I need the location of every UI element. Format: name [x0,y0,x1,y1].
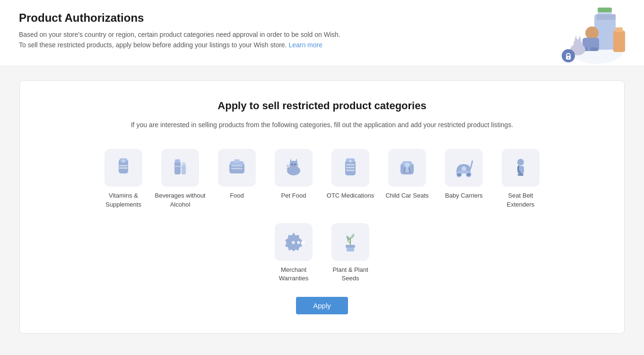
svg-rect-26 [182,162,185,165]
svg-rect-20 [119,165,128,166]
svg-point-7 [585,26,599,40]
svg-rect-32 [234,159,240,163]
category-vitamins[interactable]: Vitamins & Supplements [97,149,149,208]
svg-rect-3 [597,14,616,20]
otc-label: OTC Medications [327,191,374,200]
food-icon-wrapper [218,149,256,187]
svg-point-51 [405,163,409,167]
svg-rect-31 [231,168,243,169]
plant-seeds-icon-wrapper [331,223,369,261]
apply-button[interactable]: Apply [296,297,348,314]
merchant-warranties-icon-wrapper: ★★★ [275,223,313,261]
category-food[interactable]: Food [211,149,263,208]
vitamins-label: Vitamins & Supplements [97,191,149,208]
svg-marker-14 [578,35,581,40]
category-merchant-warranties[interactable]: ★★★ Merchant Warranties [268,223,320,283]
svg-point-17 [568,57,569,59]
learn-more-link[interactable]: Learn more [288,41,322,49]
svg-point-58 [461,166,466,171]
vitamins-icon-wrapper [104,149,142,187]
main-content: Apply to sell restricted product categor… [0,66,644,348]
category-otc[interactable]: OTC Medications [324,149,376,208]
category-plant-seeds[interactable]: Plant & Plant Seeds [324,223,376,283]
categories-grid-row2: ★★★ Merchant Warranties [34,223,610,283]
card-subtitle: If you are interested in selling product… [34,120,610,130]
svg-rect-23 [174,161,181,174]
header-description: Based on your store's country or region,… [19,29,340,51]
svg-line-57 [470,161,472,169]
svg-rect-4 [598,8,612,12]
header-section: Product Authorizations Based on your sto… [0,0,644,66]
category-pet-food[interactable]: Pet Food [268,149,320,208]
svg-marker-36 [295,158,297,163]
svg-rect-59 [457,171,470,173]
card-title: Apply to sell restricted product categor… [34,100,610,112]
beverages-label: Beverages without Alcohol [154,191,206,208]
svg-rect-27 [175,166,180,167]
apply-button-wrapper: Apply [34,297,610,314]
pet-food-label: Pet Food [281,191,306,200]
seat-belt-icon-wrapper [502,149,540,187]
pet-food-icon-wrapper [275,149,313,187]
otc-icon-wrapper [331,149,369,187]
svg-rect-45 [346,164,355,165]
svg-point-60 [517,159,524,165]
category-baby-carriers[interactable]: Baby Carriers [438,149,490,208]
plant-seeds-label: Plant & Plant Seeds [324,266,376,283]
svg-rect-24 [175,159,180,163]
beverages-icon-wrapper [161,149,199,187]
svg-point-38 [294,164,296,165]
svg-rect-5 [613,31,625,52]
category-seat-belt[interactable]: Seat Belt Extenders [495,149,547,208]
seat-belt-label: Seat Belt Extenders [495,191,547,208]
svg-point-22 [122,160,125,163]
svg-rect-62 [518,173,523,176]
food-label: Food [230,191,244,200]
svg-point-12 [574,39,582,48]
child-car-seats-label: Child Car Seats [385,191,428,200]
categories-grid: Vitamins & Supplements Beverages without… [34,149,610,208]
header-illustration [521,5,625,66]
svg-rect-30 [231,165,243,166]
svg-point-37 [291,164,293,165]
svg-marker-13 [574,35,577,40]
svg-rect-25 [182,164,186,174]
category-child-car-seats[interactable]: Child Car Seats [381,149,433,208]
svg-point-48 [349,160,352,163]
svg-rect-66 [346,245,355,248]
svg-rect-46 [346,167,355,168]
child-car-seats-icon-wrapper [388,149,426,187]
merchant-warranties-label: Merchant Warranties [268,266,320,283]
svg-marker-35 [290,158,292,163]
product-auth-card: Apply to sell restricted product categor… [19,80,625,334]
svg-rect-21 [119,167,128,169]
baby-carriers-icon-wrapper [445,149,483,187]
category-beverages[interactable]: Beverages without Alcohol [154,149,206,208]
svg-rect-10 [591,47,598,51]
svg-text:★★★: ★★★ [291,239,306,246]
svg-rect-6 [615,27,623,32]
svg-rect-47 [346,170,355,171]
baby-carriers-label: Baby Carriers [445,191,482,200]
svg-point-39 [292,165,295,167]
svg-line-40 [287,165,289,166]
